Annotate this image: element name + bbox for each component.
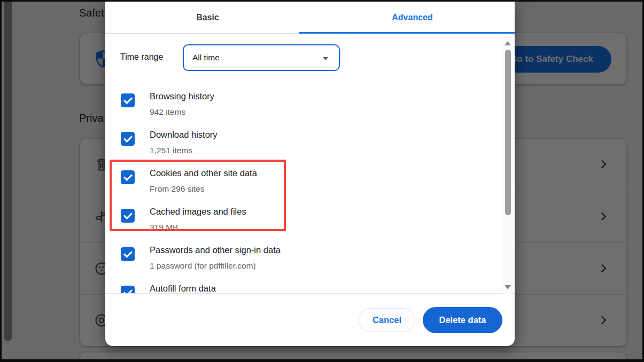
item-label: Browsing history <box>150 91 214 101</box>
time-range-value: All time <box>192 53 220 62</box>
item-label: Passwords and other sign-in data <box>150 245 281 255</box>
passwords-checkbox[interactable] <box>121 247 135 261</box>
tab-basic[interactable]: Basic <box>105 2 310 33</box>
item-browsing-history: Browsing history 942 items <box>105 87 501 125</box>
item-sublabel: 1 password (for pdffiller.com) <box>150 261 256 271</box>
autofill-checkbox[interactable] <box>121 286 135 294</box>
cancel-button[interactable]: Cancel <box>359 308 415 332</box>
chevron-down-icon <box>323 57 328 60</box>
dialog-tabbar: Basic Advanced <box>105 2 515 34</box>
delete-data-button[interactable]: Delete data <box>423 307 502 333</box>
dialog-scrollbar[interactable] <box>503 35 513 294</box>
dialog-scrollbar-thumb[interactable] <box>505 50 511 215</box>
clear-browsing-data-dialog: Basic Advanced Time range All time Brows… <box>105 2 515 346</box>
dialog-footer: Cancel Delete data <box>105 294 515 346</box>
tab-advanced[interactable]: Advanced <box>310 2 515 33</box>
item-label: Autofill form data <box>150 284 216 294</box>
time-range-label: Time range <box>120 52 163 62</box>
browsing-history-checkbox[interactable] <box>121 93 135 107</box>
item-autofill: Autofill form data <box>105 279 501 294</box>
time-range-select[interactable]: All time <box>183 44 340 71</box>
settings-page: Safet Go to Safety Check Priva <box>2 2 642 359</box>
item-download-history: Download history 1,251 items <box>105 125 501 164</box>
red-highlight-annotation <box>110 160 286 231</box>
download-history-checkbox[interactable] <box>121 132 135 146</box>
item-passwords: Passwords and other sign-in data 1 passw… <box>105 241 501 279</box>
scroll-down-arrow-icon[interactable] <box>505 285 511 289</box>
item-sublabel: 942 items <box>150 107 185 117</box>
item-label: Download history <box>150 130 218 140</box>
dialog-scroll-area: Time range All time Browsing history 942… <box>105 34 515 294</box>
scroll-up-arrow-icon[interactable] <box>505 41 511 45</box>
item-sublabel: 1,251 items <box>150 146 192 155</box>
